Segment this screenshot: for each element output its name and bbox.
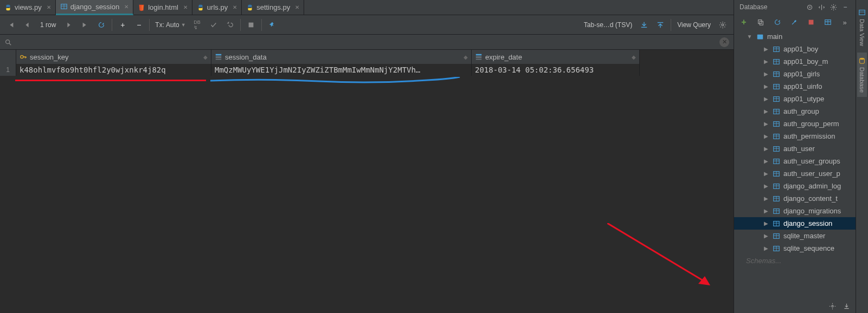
more-button[interactable]: » xyxy=(837,15,852,30)
editor-tab[interactable]: login.html✕ xyxy=(133,0,192,15)
editor-tab[interactable]: settings.py✕ xyxy=(242,0,304,15)
tree-table-item[interactable]: ▶auth_user xyxy=(734,142,856,155)
table-row[interactable]: 1 k48ohlmvf8o9ht0hfl2y0wjxnkr4j82q MmQzM… xyxy=(0,64,734,76)
column-header-session-key[interactable]: session_key ◆ xyxy=(16,50,211,64)
split-icon[interactable] xyxy=(816,2,826,12)
settings-button[interactable] xyxy=(715,17,730,32)
add-datasource-button[interactable]: + xyxy=(736,15,751,30)
table-icon xyxy=(772,169,781,178)
table-icon xyxy=(772,145,781,153)
side-tab-data-view[interactable]: Data View xyxy=(857,4,867,50)
tree-table-item[interactable]: ▶django_migrations xyxy=(734,205,856,217)
table-icon xyxy=(772,70,781,79)
close-icon[interactable]: ✕ xyxy=(47,4,51,10)
editor-tab[interactable]: views.py✕ xyxy=(0,0,56,15)
duplicate-button[interactable] xyxy=(753,15,768,30)
key-icon xyxy=(20,53,27,61)
stop-button[interactable] xyxy=(243,17,259,32)
tree-table-item[interactable]: ▶app01_boy_m xyxy=(734,55,856,68)
tree-label: auth_user_groups xyxy=(783,157,840,165)
svg-marker-12 xyxy=(698,276,710,285)
hide-icon[interactable]: − xyxy=(840,2,850,12)
tree-table-item[interactable]: ▶auth_user_user_p xyxy=(734,167,856,180)
tree-label: app01_girls xyxy=(783,70,820,78)
sort-icon: ◆ xyxy=(632,54,636,60)
tree-label: auth_user xyxy=(783,145,815,153)
tx-mode-selector[interactable]: Tx: Auto ▼ xyxy=(152,21,188,29)
cell-expire-date[interactable]: 2018-03-14 05:02:36.656493 xyxy=(472,64,640,76)
table-icon xyxy=(772,182,781,191)
table-icon xyxy=(772,157,781,166)
ddl-button[interactable]: DB↯ xyxy=(190,17,205,32)
column-header-session-data[interactable]: session_data ◆ xyxy=(211,50,472,64)
collapse-icon[interactable] xyxy=(805,2,814,12)
tree-table-item[interactable]: ▶django_content_t xyxy=(734,192,856,205)
tab-label: views.py xyxy=(15,3,42,11)
side-tab-database[interactable]: Database xyxy=(857,53,867,97)
tree-table-item[interactable]: ▶sqlite_master xyxy=(734,230,856,242)
sort-icon: ◆ xyxy=(464,54,468,60)
tree-table-item[interactable]: ▶auth_permission xyxy=(734,130,856,142)
close-icon[interactable]: ✕ xyxy=(124,4,128,10)
separator xyxy=(112,19,112,31)
wrench-icon[interactable] xyxy=(787,15,802,30)
gear-icon[interactable] xyxy=(828,2,838,12)
tree-table-item[interactable]: ▶auth_group_perm xyxy=(734,118,856,130)
chevron-right-icon: ▶ xyxy=(762,71,769,77)
svg-point-2 xyxy=(722,24,724,26)
stop-process-button[interactable] xyxy=(803,15,819,30)
editor-tab[interactable]: urls.py✕ xyxy=(192,0,242,15)
table-view-button[interactable] xyxy=(820,15,835,30)
gear-icon[interactable] xyxy=(827,301,837,311)
tree-schemas-link[interactable]: Schemas... xyxy=(734,255,856,267)
last-page-button[interactable] xyxy=(78,17,93,32)
cell-session-data[interactable]: MmQzMWUyYWE1YjJmN2IyZWZiZTBmMmIwMmNmNjY2… xyxy=(211,64,472,76)
prev-page-button[interactable] xyxy=(20,17,35,32)
sort-icon: ◆ xyxy=(203,54,208,60)
tree-table-item[interactable]: ▶auth_user_groups xyxy=(734,155,856,167)
first-page-button[interactable] xyxy=(3,17,18,32)
svg-rect-19 xyxy=(757,34,763,39)
tree-table-item[interactable]: ▶app01_uinfo xyxy=(734,80,856,93)
separator xyxy=(240,19,241,31)
tree-table-item[interactable]: ▶sqlite_sequence xyxy=(734,242,856,255)
close-icon[interactable]: ✕ xyxy=(233,4,237,10)
import-button[interactable] xyxy=(636,17,652,32)
column-header-expire-date[interactable]: expire_date ◆ xyxy=(472,50,640,64)
add-row-button[interactable]: + xyxy=(115,17,130,32)
svg-point-37 xyxy=(831,305,833,307)
download-icon[interactable] xyxy=(841,301,851,311)
column-icon xyxy=(475,53,483,61)
clear-filter-button[interactable]: ✕ xyxy=(719,37,729,47)
tree-table-item[interactable]: ▶app01_utype xyxy=(734,93,856,105)
view-query-link[interactable]: View Query xyxy=(674,21,714,29)
next-page-button[interactable] xyxy=(61,17,76,32)
export-button[interactable] xyxy=(653,17,668,32)
svg-rect-10 xyxy=(476,59,482,60)
row-number-header xyxy=(0,50,16,64)
export-format-selector[interactable]: Tab-se…d (TSV) xyxy=(581,21,635,29)
cell-session-key[interactable]: k48ohlmvf8o9ht0hfl2y0wjxnkr4j82q xyxy=(16,64,211,76)
refresh-button[interactable] xyxy=(94,17,109,32)
tree-schema-main[interactable]: ▼ main xyxy=(734,30,856,43)
database-tree: ▼ main ▶app01_boy▶app01_boy_m▶app01_girl… xyxy=(734,30,856,299)
editor-tab[interactable]: django_session✕ xyxy=(56,0,133,15)
close-icon[interactable]: ✕ xyxy=(183,4,188,10)
chevron-right-icon: ▶ xyxy=(762,220,769,226)
pin-button[interactable] xyxy=(265,17,280,32)
database-panel-title: Database xyxy=(740,3,767,11)
chevron-right-icon: ▶ xyxy=(762,83,769,89)
tree-table-item[interactable]: ▶app01_boy xyxy=(734,43,856,55)
tree-label: auth_group_perm xyxy=(783,120,839,128)
close-icon[interactable]: ✕ xyxy=(295,4,299,10)
sync-button[interactable] xyxy=(770,15,785,30)
tree-table-item[interactable]: ▶django_session xyxy=(734,217,856,230)
tree-table-item[interactable]: ▶app01_girls xyxy=(734,68,856,80)
commit-button[interactable] xyxy=(206,17,221,32)
tree-table-item[interactable]: ▶django_admin_log xyxy=(734,180,856,192)
remove-row-button[interactable]: − xyxy=(131,17,146,32)
rollback-button[interactable] xyxy=(222,17,237,32)
tree-table-item[interactable]: ▶auth_group xyxy=(734,105,856,118)
tree-label: auth_user_user_p xyxy=(783,169,840,178)
filter-bar[interactable]: ✕ xyxy=(0,35,734,50)
